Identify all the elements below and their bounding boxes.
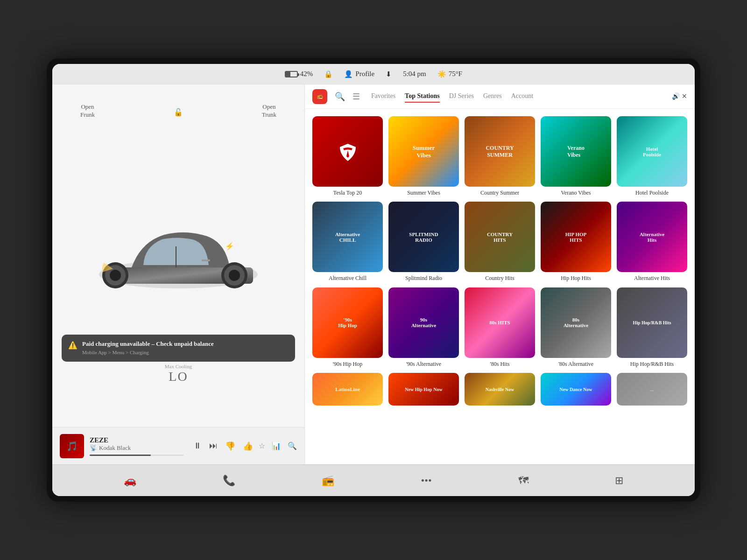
station-thumb-90s-hiphop: '90sHip Hop (312, 287, 383, 358)
charging-warning: ⚠️ Paid charging unavailable – Check unp… (62, 335, 295, 362)
trunk-label: Open Trunk (262, 103, 276, 119)
mute-icon[interactable]: ✕ (682, 92, 687, 100)
station-card-splitmind[interactable]: SPLITMINDRADIO Splitmind Radio (388, 202, 459, 281)
taskbar-car[interactable]: 🚗 (124, 475, 136, 487)
main-content: Open Frunk 🔓 Open Trunk (52, 84, 695, 464)
weather-display: ☀️ 75°F (437, 70, 462, 78)
tab-genres[interactable]: Genres (483, 91, 502, 103)
frunk-label: Open Frunk (80, 103, 95, 119)
nav-tabs: Favorites Top Stations DJ Series Genres … (371, 91, 533, 103)
taskbar-nav[interactable]: 🗺 (518, 475, 529, 487)
climate-label: Max Cooling (52, 364, 304, 369)
station-label-hotel-poolside: Hotel Poolside (617, 189, 687, 196)
profile-item[interactable]: 👤 Profile (344, 70, 374, 78)
climate-display: Max Cooling LO (52, 364, 304, 384)
battery-percentage: 42% (300, 70, 313, 78)
station-card-alt-chill[interactable]: AlternativeCHILL Alternative Chill (312, 202, 383, 281)
80s-alt-thumb-image: 80sAlternative (541, 287, 611, 358)
station-thumb-80s-hits: 80s HITS (465, 287, 535, 358)
station-label-splitmind: Splitmind Radio (388, 275, 459, 281)
tab-account[interactable]: Account (511, 91, 533, 103)
car-area: Open Frunk 🔓 Open Trunk (52, 84, 304, 427)
station-card-country-summer[interactable]: COUNTRYSUMMER Country Summer (465, 116, 535, 196)
progress-bar[interactable] (90, 455, 184, 456)
country-summer-thumb-image: COUNTRYSUMMER (465, 116, 535, 187)
station-card-summer-vibes[interactable]: SummerVibes Summer Vibes (388, 116, 459, 196)
alt-hits-thumb-image: AlternativeHits (617, 202, 687, 272)
player-right-controls: ☆ 📊 🔍 (259, 441, 297, 450)
station-row-2: AlternativeCHILL Alternative Chill SPLIT… (312, 202, 687, 281)
station-label-80s-alt: '80s Alternative (541, 361, 611, 367)
grid-icon: ⊞ (615, 475, 623, 487)
station-card-hiphop-rnb[interactable]: Hip Hop/R&B Hits Hip Hop/R&B Hits (617, 287, 687, 367)
station-thumb-splitmind: SPLITMINDRADIO (388, 202, 459, 272)
album-emoji: 🎵 (66, 441, 78, 452)
thumbs-down-button[interactable]: 👎 (225, 441, 235, 451)
car-icon: 🚗 (124, 475, 136, 487)
station-card-hotel-poolside[interactable]: HotelPoolside Hotel Poolside (617, 116, 687, 196)
station-card-tesla-top-20[interactable]: Tesla Top 20 (312, 116, 383, 196)
station-card-90s-hiphop[interactable]: '90sHip Hop '90s Hip Hop (312, 287, 383, 367)
temperature: 75°F (449, 70, 462, 78)
station-thumb-latin: LatinoLine (312, 373, 383, 406)
station-card-country-hits[interactable]: COUNTRYHITS Country Hits (465, 202, 535, 281)
thumbs-up-button[interactable]: 👍 (243, 441, 253, 451)
dance-thumb-image: New Dance Now (541, 373, 611, 406)
search-icon[interactable]: 🔍 (335, 91, 345, 102)
station-card-80s-hits[interactable]: 80s HITS '80s Hits (465, 287, 535, 367)
alt-chill-thumb-image: AlternativeCHILL (312, 202, 383, 272)
car-lock-icon[interactable]: 🔓 (174, 108, 183, 117)
station-label-alt-hits: Alternative Hits (617, 275, 687, 281)
taskbar-music[interactable]: 📻 (322, 475, 334, 487)
search-button[interactable]: 🔍 (288, 441, 297, 450)
warning-subtitle: Mobile App > Menu > Charging (82, 350, 149, 355)
station-thumb-country-summer: COUNTRYSUMMER (465, 116, 535, 187)
progress-fill (90, 455, 151, 456)
right-panel: 📻 🔍 ☰ Favorites Top Stations DJ Series G… (304, 84, 695, 464)
hiphop-thumb-image: HIP HOPHITS (541, 202, 611, 272)
station-thumb-alt-chill: AlternativeCHILL (312, 202, 383, 272)
partial-thumb-image: ... (617, 373, 687, 406)
station-card-latin[interactable]: LatinoLine (312, 373, 383, 410)
next-button[interactable]: ⏭ (209, 441, 218, 451)
verano-thumb-image: VeranoVibes (541, 116, 611, 187)
summer-vibes-thumb-image: SummerVibes (388, 116, 459, 187)
svg-rect-9 (202, 259, 210, 261)
taskbar-apps[interactable]: ⊞ (615, 475, 623, 487)
car-svg: ⚡ (90, 200, 267, 312)
taskbar-more[interactable]: ••• (421, 475, 432, 487)
latin-thumb-image: LatinoLine (312, 373, 383, 406)
station-card-partial[interactable]: ... (617, 373, 687, 410)
download-icon-item: ⬇ (386, 70, 392, 78)
menu-icon[interactable]: ☰ (352, 91, 360, 102)
equalizer-icon: 📊 (272, 441, 281, 450)
station-card-alt-hits[interactable]: AlternativeHits Alternative Hits (617, 202, 687, 281)
station-card-90s-alt[interactable]: 90sAlternative '90s Alternative (388, 287, 459, 367)
station-card-hiphop-now[interactable]: New Hip Hop Now (388, 373, 459, 410)
station-label-90s-alt: '90s Alternative (388, 361, 459, 367)
tab-dj-series[interactable]: DJ Series (449, 91, 474, 103)
map-icon: 🗺 (518, 475, 529, 487)
svg-point-5 (110, 270, 121, 281)
open-trunk-button[interactable]: Open Trunk (262, 103, 276, 119)
music-icon: 📻 (322, 475, 334, 487)
hotel-thumb-image: HotelPoolside (617, 116, 687, 187)
station-label-country-hits: Country Hits (465, 275, 535, 281)
station-card-80s-alt[interactable]: 80sAlternative '80s Alternative (541, 287, 611, 367)
station-card-nashville[interactable]: Nashville Now (465, 373, 535, 410)
song-info: ZEZE 📡 Kodak Black (90, 436, 184, 456)
station-card-hip-hop-hits[interactable]: HIP HOPHITS Hip Hop Hits (541, 202, 611, 281)
sun-icon: ☀️ (437, 70, 446, 78)
station-card-verano-vibes[interactable]: VeranoVibes Verano Vibes (541, 116, 611, 196)
station-card-dance[interactable]: New Dance Now (541, 373, 611, 410)
download-icon: ⬇ (386, 70, 392, 78)
pause-button[interactable]: ⏸ (193, 441, 202, 451)
star-button[interactable]: ☆ (259, 441, 265, 450)
tab-top-stations[interactable]: Top Stations (405, 91, 440, 103)
taskbar-phone[interactable]: 📞 (223, 475, 235, 487)
station-label-tesla-top-20: Tesla Top 20 (312, 189, 383, 196)
tab-favorites[interactable]: Favorites (371, 91, 395, 103)
station-thumb-hotel-poolside: HotelPoolside (617, 116, 687, 187)
open-frunk-button[interactable]: Open Frunk (80, 103, 95, 119)
volume-control[interactable]: 🔊 ✕ (672, 92, 687, 100)
